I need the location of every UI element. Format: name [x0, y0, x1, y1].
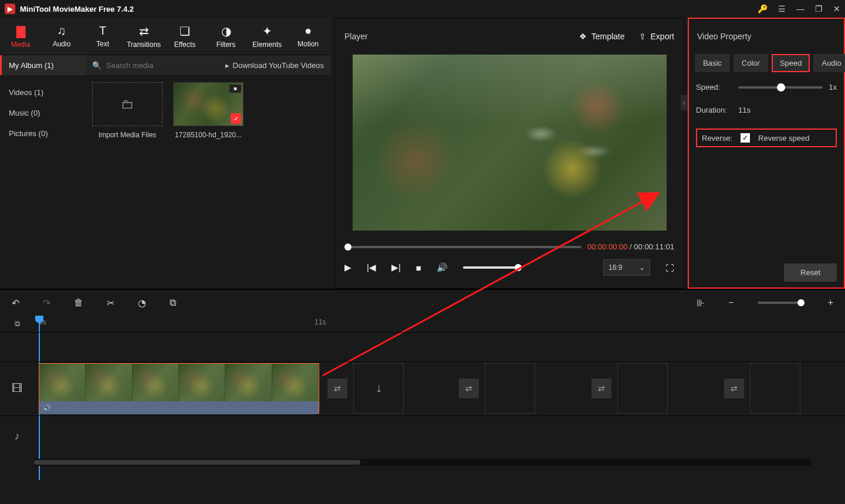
menu-icon[interactable]: ☰	[778, 4, 786, 13]
clip-filename: 17285100-hd_1920...	[175, 131, 242, 139]
timecode: 00:00:00:00 / 00:00:11:01	[587, 242, 674, 251]
zoom-in-button[interactable]: +	[828, 297, 833, 308]
zoom-out-button[interactable]: −	[728, 297, 734, 308]
import-media-tile[interactable]: 🗀 Import Media Files	[92, 82, 163, 139]
split-button[interactable]: ✂	[107, 297, 114, 309]
transition-slot[interactable]: ⇄	[592, 378, 611, 398]
player-title: Player	[344, 32, 565, 41]
magnet-button[interactable]: ⊪	[697, 297, 705, 309]
export-button[interactable]: ⇪Export	[639, 32, 674, 41]
prop-tab-audio[interactable]: Audio	[813, 54, 845, 72]
stop-button[interactable]: ■	[416, 263, 421, 273]
audio-track[interactable]: ♪	[0, 415, 845, 456]
speed-slider[interactable]	[738, 86, 823, 89]
effects-icon: ❏	[180, 24, 190, 38]
main-toolbar: ▇Media ♫Audio TText ⇄Transitions ❏Effect…	[0, 18, 331, 55]
tab-media[interactable]: ▇Media	[0, 18, 41, 55]
tab-filters[interactable]: ◑Filters	[205, 18, 246, 55]
tab-effects[interactable]: ❏Effects	[164, 18, 205, 55]
search-icon: 🔍	[92, 61, 102, 70]
reset-button[interactable]: Reset	[784, 263, 837, 282]
transition-slot[interactable]: ⇄	[459, 378, 479, 398]
timeline: ↶ ↷ 🗑 ✂ ◔ ⧉ ⊪ − + ⧉ 0s 11s 🎞	[0, 289, 845, 504]
clip-thumbnail: ■ ✓	[173, 82, 244, 126]
template-button[interactable]: ❖Template	[579, 32, 625, 41]
titlebar: ▶ MiniTool MovieMaker Free 7.4.2 🔑 ☰ — ❐…	[0, 0, 845, 18]
empty-clip-slot[interactable]: ⤓	[353, 363, 404, 414]
volume-slider[interactable]	[463, 266, 522, 269]
app-title: MiniTool MovieMaker Free 7.4.2	[20, 5, 758, 13]
download-youtube-link[interactable]: ▸Download YouTube Videos	[225, 61, 324, 70]
reverse-row: Reverse: ✓ Reverse speed	[696, 128, 837, 147]
reverse-label: Reverse:	[702, 134, 732, 143]
transitions-icon: ⇄	[139, 24, 149, 38]
add-track-icon[interactable]: ⧉	[15, 319, 20, 329]
unlock-icon[interactable]: 🔑	[758, 4, 768, 13]
export-icon: ⇪	[639, 32, 646, 41]
reverse-checkbox[interactable]: ✓	[741, 133, 750, 143]
seek-bar[interactable]	[344, 246, 582, 248]
redo-button[interactable]: ↷	[43, 297, 50, 309]
transition-slot[interactable]: ⇄	[724, 378, 744, 398]
delete-button[interactable]: 🗑	[74, 297, 83, 308]
clip-audio-icon: 🔊	[43, 404, 51, 412]
folder-open-icon: 🗀	[121, 97, 134, 112]
layers-icon: ❖	[579, 32, 587, 41]
empty-clip-slot[interactable]	[485, 363, 535, 414]
media-panel: My Album (1) 🔍 ▸Download YouTube Videos …	[0, 55, 331, 289]
volume-icon[interactable]: 🔊	[437, 262, 448, 273]
timeline-clip[interactable]: 🔊	[39, 363, 319, 414]
video-track[interactable]: 🎞 🔊 ⇄ ⤓ ⇄ ⇄ ⇄	[0, 361, 845, 415]
overlay-track[interactable]	[0, 332, 845, 361]
empty-clip-slot[interactable]	[750, 363, 800, 414]
timeline-scrollbar[interactable]	[34, 459, 811, 466]
speed-label: Speed:	[696, 83, 732, 92]
play-button[interactable]: ▶	[344, 262, 351, 273]
youtube-icon: ▸	[225, 61, 229, 70]
prop-tab-basic[interactable]: Basic	[695, 54, 730, 72]
speed-value: 1x	[829, 83, 837, 92]
time-mark-11: 11s	[315, 318, 326, 326]
tab-motion[interactable]: ●Motion	[288, 18, 329, 55]
tab-audio[interactable]: ♫Audio	[41, 18, 82, 55]
text-icon: T	[99, 24, 106, 38]
motion-icon: ●	[305, 24, 312, 38]
close-icon[interactable]: ✕	[833, 4, 840, 13]
undo-button[interactable]: ↶	[12, 297, 19, 309]
zoom-slider[interactable]	[758, 302, 805, 304]
music-icon: ♪	[15, 430, 20, 442]
prev-frame-button[interactable]: |◀	[367, 262, 376, 273]
app-logo-icon: ▶	[5, 4, 15, 14]
tab-transitions[interactable]: ⇄Transitions	[123, 18, 164, 55]
empty-clip-slot[interactable]	[617, 363, 668, 414]
aspect-ratio-select[interactable]: 16:9⌄	[603, 259, 650, 276]
crop-button[interactable]: ⧉	[170, 297, 176, 308]
music-note-icon: ♫	[58, 24, 66, 38]
chevron-down-icon: ⌄	[639, 263, 645, 272]
sidebar-item-music[interactable]: Music (0)	[0, 103, 85, 123]
album-tab[interactable]: My Album (1)	[0, 55, 85, 75]
speed-button[interactable]: ◔	[138, 297, 146, 309]
filters-icon: ◑	[221, 24, 231, 38]
folder-icon: ▇	[16, 24, 25, 38]
duration-value: 11s	[738, 106, 751, 114]
video-property-panel: › Video Property Basic Color Speed Audio…	[688, 18, 845, 289]
sidebar-item-videos[interactable]: Videos (1)	[0, 82, 85, 103]
collapse-panel-button[interactable]: ›	[681, 95, 688, 110]
video-icon: ■	[229, 84, 241, 93]
prop-tab-color[interactable]: Color	[734, 54, 768, 72]
search-input[interactable]	[106, 61, 221, 70]
media-sidebar: Videos (1) Music (0) Pictures (0)	[0, 75, 85, 289]
minimize-icon[interactable]: —	[796, 4, 805, 13]
prop-tab-speed[interactable]: Speed	[772, 54, 810, 72]
reverse-checkbox-label: Reverse speed	[758, 134, 809, 143]
maximize-icon[interactable]: ❐	[815, 4, 823, 13]
tab-elements[interactable]: ✦Elements	[246, 18, 288, 55]
tab-text[interactable]: TText	[82, 18, 123, 55]
media-clip-tile[interactable]: ■ ✓ 17285100-hd_1920...	[173, 82, 244, 139]
transition-slot[interactable]: ⇄	[327, 378, 347, 398]
next-frame-button[interactable]: ▶|	[391, 262, 401, 273]
duration-label: Duration:	[696, 106, 732, 114]
fullscreen-button[interactable]: ⛶	[665, 263, 674, 273]
sidebar-item-pictures[interactable]: Pictures (0)	[0, 123, 85, 144]
